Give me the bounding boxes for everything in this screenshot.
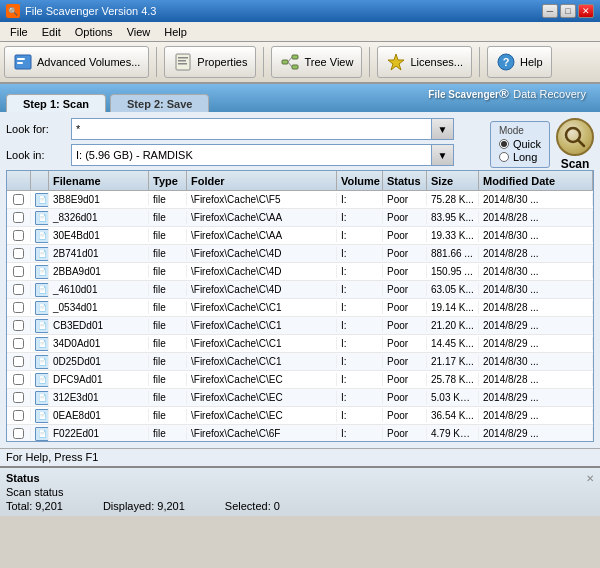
row-check[interactable] [7,283,31,296]
row-folder: \Firefox\Cache\C\4D [187,265,337,278]
row-size: 19.14 K... [427,301,479,314]
row-check[interactable] [7,427,31,440]
table-row[interactable]: 📄 3B8E9d01 file \Firefox\Cache\C\F5 I: P… [7,191,593,209]
row-check[interactable] [7,247,31,260]
row-check[interactable] [7,229,31,242]
table-row[interactable]: 📄 _4610d01 file \Firefox\Cache\C\4D I: P… [7,281,593,299]
help-button[interactable]: ? Help [487,46,552,78]
look-in-input[interactable] [71,144,432,166]
total-count: Total: 9,201 [6,500,63,512]
table-row[interactable]: 📄 2BBA9d01 file \Firefox\Cache\C\4D I: P… [7,263,593,281]
menu-file[interactable]: File [4,24,34,40]
svg-rect-7 [282,60,288,64]
row-check[interactable] [7,319,31,332]
minimize-button[interactable]: ─ [542,4,558,18]
maximize-button[interactable]: □ [560,4,576,18]
scan-button[interactable]: Scan [556,118,594,171]
row-check[interactable] [7,211,31,224]
row-modified: 2014/8/30 ... [479,355,593,368]
row-status: Poor [383,193,427,206]
row-status: Poor [383,301,427,314]
row-volume: I: [337,337,383,350]
row-modified: 2014/8/29 ... [479,391,593,404]
table-row[interactable]: 📄 2B741d01 file \Firefox\Cache\C\4D I: P… [7,245,593,263]
tree-view-icon [280,52,300,72]
row-status: Poor [383,211,427,224]
scan-label: Scan [561,157,590,171]
row-status: Poor [383,427,427,440]
row-filename: 3B8E9d01 [49,193,149,206]
table-row[interactable]: 📄 CB3EDd01 file \Firefox\Cache\C\C1 I: P… [7,317,593,335]
mode-long[interactable]: Long [499,151,541,163]
row-volume: I: [337,427,383,440]
th-size[interactable]: Size [427,171,479,190]
table-body[interactable]: 📄 3B8E9d01 file \Firefox\Cache\C\F5 I: P… [7,191,593,441]
svg-rect-6 [178,63,187,65]
row-filename: _0534d01 [49,301,149,314]
th-modified[interactable]: Modified Date [479,171,593,190]
row-type: file [149,391,187,404]
row-icon: 📄 [31,192,49,208]
look-for-input[interactable] [71,118,432,140]
help-icon: ? [496,52,516,72]
row-check[interactable] [7,409,31,422]
long-radio[interactable] [499,152,509,162]
table-row[interactable]: 📄 _0534d01 file \Firefox\Cache\C\C1 I: P… [7,299,593,317]
status-panel: Status ✕ Scan status Total: 9,201 Displa… [0,466,600,516]
status-panel-title: Status [6,472,40,484]
step2-tab[interactable]: Step 2: Save [110,94,209,112]
menu-view[interactable]: View [121,24,157,40]
th-volume[interactable]: Volume [337,171,383,190]
th-folder[interactable]: Folder [187,171,337,190]
row-icon: 📄 [31,372,49,388]
row-check[interactable] [7,373,31,386]
look-for-label: Look for: [6,123,71,135]
look-in-dropdown[interactable]: ▼ [432,144,454,166]
row-type: file [149,247,187,260]
table-row[interactable]: 📄 312E3d01 file \Firefox\Cache\C\EC I: P… [7,389,593,407]
table-row[interactable]: 📄 30E4Bd01 file \Firefox\Cache\C\AA I: P… [7,227,593,245]
th-status[interactable]: Status [383,171,427,190]
row-filename: 312E3d01 [49,391,149,404]
svg-rect-0 [15,55,31,69]
menu-edit[interactable]: Edit [36,24,67,40]
quick-radio[interactable] [499,139,509,149]
row-check[interactable] [7,355,31,368]
displayed-count: Displayed: 9,201 [103,500,185,512]
row-type: file [149,265,187,278]
status-panel-collapse[interactable]: ✕ [586,473,594,484]
properties-icon [173,52,193,72]
mode-quick[interactable]: Quick [499,138,541,150]
row-folder: \Firefox\Cache\C\F5 [187,193,337,206]
advanced-volumes-button[interactable]: Advanced Volumes... [4,46,149,78]
table-row[interactable]: 📄 _8326d01 file \Firefox\Cache\C\AA I: P… [7,209,593,227]
properties-button[interactable]: Properties [164,46,256,78]
row-filename: 0EAE8d01 [49,409,149,422]
table-row[interactable]: 📄 34D0Ad01 file \Firefox\Cache\C\C1 I: P… [7,335,593,353]
table-row[interactable]: 📄 DFC9Ad01 file \Firefox\Cache\C\EC I: P… [7,371,593,389]
tree-view-button[interactable]: Tree View [271,46,362,78]
row-check[interactable] [7,265,31,278]
table-row[interactable]: 📄 0D25Dd01 file \Firefox\Cache\C\C1 I: P… [7,353,593,371]
row-filename: CB3EDd01 [49,319,149,332]
help-status-text: For Help, Press F1 [6,451,98,463]
licenses-button[interactable]: Licenses... [377,46,472,78]
toolbar-sep-3 [369,47,370,77]
row-check[interactable] [7,301,31,314]
table-row[interactable]: 📄 0EAE8d01 file \Firefox\Cache\C\EC I: P… [7,407,593,425]
row-check[interactable] [7,337,31,350]
row-check[interactable] [7,391,31,404]
close-button[interactable]: ✕ [578,4,594,18]
row-type: file [149,229,187,242]
look-for-dropdown[interactable]: ▼ [432,118,454,140]
menu-options[interactable]: Options [69,24,119,40]
row-volume: I: [337,283,383,296]
row-check[interactable] [7,193,31,206]
row-modified: 2014/8/29 ... [479,409,593,422]
mode-title: Mode [499,125,541,136]
menu-help[interactable]: Help [158,24,193,40]
step1-tab[interactable]: Step 1: Scan [6,94,106,112]
table-row[interactable]: 📄 F022Ed01 file \Firefox\Cache\C\6F I: P… [7,425,593,441]
th-type[interactable]: Type [149,171,187,190]
th-filename[interactable]: Filename [49,171,149,190]
